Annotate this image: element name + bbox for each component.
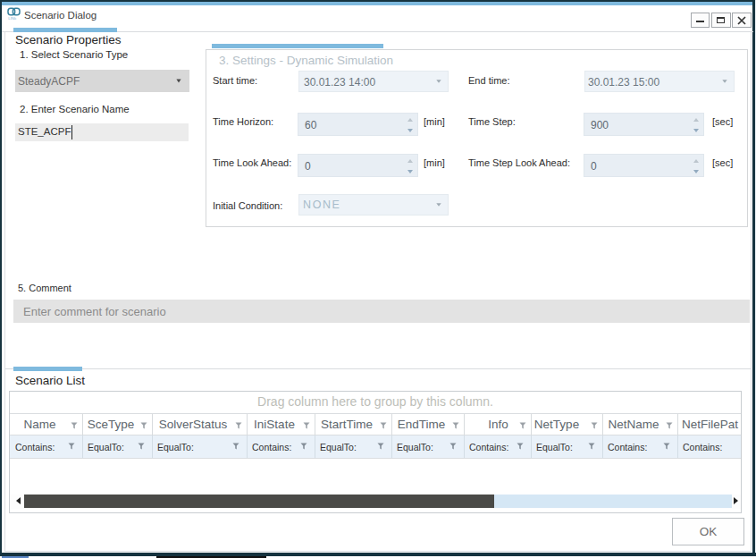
svg-text:LINk: LINk (8, 16, 17, 21)
